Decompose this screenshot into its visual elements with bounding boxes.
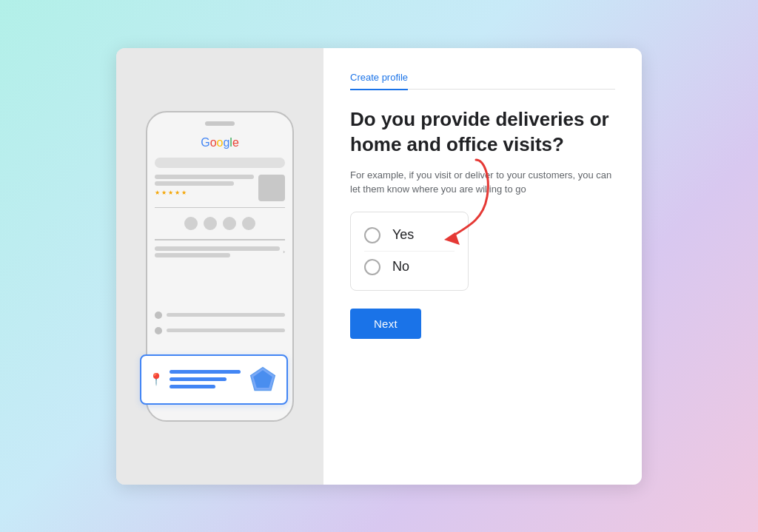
line — [155, 175, 254, 179]
blue-lines — [170, 370, 241, 388]
yes-no-options-card: Yes No — [350, 212, 469, 291]
content-row-1: ★ ★ ★ ★ ★ — [155, 175, 285, 201]
main-card: Google ★ ★ ★ ★ ★ — [116, 48, 642, 485]
separator — [155, 207, 285, 209]
google-logo: Google — [201, 136, 239, 149]
phone-row-2 — [155, 325, 285, 337]
content-lines — [155, 246, 280, 257]
option-no-row[interactable]: No — [364, 251, 455, 283]
phone-icon — [155, 312, 162, 319]
star-icon: ★ — [161, 189, 167, 196]
location-pin-icon: 📍 — [149, 372, 164, 386]
icon-circle — [223, 217, 236, 230]
separator — [155, 239, 285, 240]
tab-create-profile[interactable]: Create profile — [350, 72, 408, 90]
list-row: › — [155, 246, 285, 257]
search-bar-mock — [155, 158, 285, 168]
icon-circle — [242, 217, 255, 230]
blue-line — [170, 370, 241, 374]
blue-line — [170, 377, 227, 381]
line — [155, 246, 280, 251]
chevron-icon: › — [283, 249, 285, 255]
icon-circle — [184, 217, 198, 230]
phone-notch — [205, 121, 235, 126]
google-logo-area: Google — [155, 133, 285, 154]
spacer — [155, 261, 285, 306]
radio-yes[interactable] — [364, 227, 380, 243]
highlighted-location-card: 📍 — [140, 354, 288, 405]
options-wrapper: Yes No — [350, 212, 615, 309]
phone-row-1 — [155, 309, 285, 321]
icon-row — [155, 214, 285, 233]
map-icon-area — [246, 363, 279, 396]
tab-bar: Create profile — [350, 72, 615, 90]
star-icon: ★ — [168, 189, 173, 196]
option-yes-label: Yes — [392, 227, 414, 243]
phone-top-bar — [147, 112, 292, 129]
radio-no[interactable] — [364, 259, 380, 275]
next-button[interactable]: Next — [350, 309, 421, 339]
star-icon: ★ — [175, 189, 180, 196]
option-yes-row[interactable]: Yes — [364, 220, 455, 251]
line — [155, 253, 230, 257]
stars-row: ★ ★ ★ ★ ★ — [155, 189, 254, 196]
star-icon: ★ — [181, 189, 187, 196]
phone-row-line — [167, 313, 285, 317]
phone-row-line — [167, 329, 285, 332]
content-lines: ★ ★ ★ ★ ★ — [155, 175, 254, 198]
option-no-label: No — [392, 259, 409, 275]
globe-icon — [155, 327, 162, 334]
star-icon: ★ — [155, 189, 160, 196]
line — [155, 181, 234, 186]
image-placeholder — [258, 175, 285, 201]
question-description: For example, if you visit or deliver to … — [350, 168, 615, 197]
map-shape-icon — [248, 365, 278, 394]
right-form-panel: Create profile Do you provide deliveries… — [323, 48, 642, 485]
left-illustration-panel: Google ★ ★ ★ ★ ★ — [116, 48, 323, 485]
blue-line — [170, 385, 215, 388]
icon-circle — [204, 217, 217, 230]
question-heading: Do you provide deliveries or home and of… — [350, 107, 615, 158]
